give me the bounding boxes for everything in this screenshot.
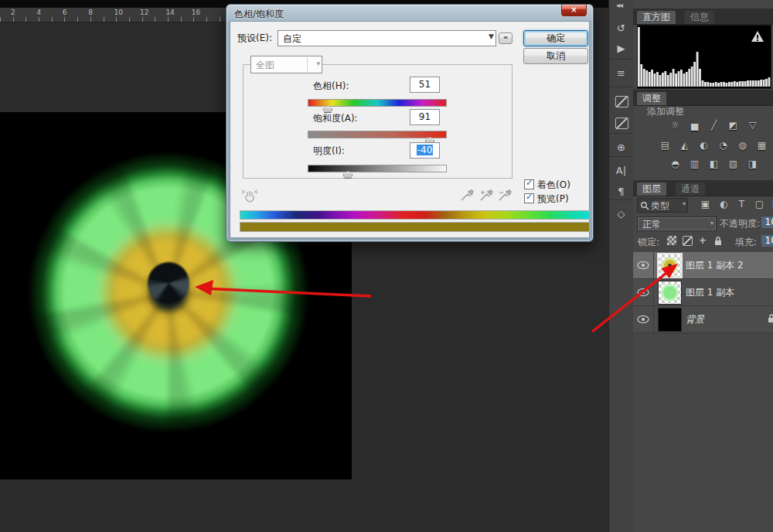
filter-shape-layers-icon[interactable]: ▢ xyxy=(752,198,767,211)
hue-value-input[interactable]: 51 xyxy=(410,77,440,93)
opacity-value[interactable]: 100 xyxy=(761,217,773,228)
ruler-number: 4 xyxy=(36,9,41,16)
ruler-number: 12 xyxy=(140,9,148,16)
blend-mode-value: 正常 xyxy=(642,218,661,231)
light-value-input[interactable]: -40 xyxy=(410,142,440,159)
chevron-down-icon: ▾ xyxy=(683,200,686,207)
adjustment-posterize-icon[interactable]: ▥ xyxy=(686,158,703,171)
cancel-button[interactable]: 取消 xyxy=(523,48,588,64)
layer-visibility-eye-icon[interactable] xyxy=(633,279,654,305)
channel-group-frame xyxy=(243,64,512,179)
lock-row: 锁定: + 填充: 100 xyxy=(633,234,773,251)
colorize-label: 着色(O) xyxy=(537,179,570,192)
right-panel-column: 直方图 信息 调整 添加调整 ☼▅╱◩▽▤◭◐◔◍▦◓▥◧▧◨ 图层 通道 类型 xyxy=(633,0,773,532)
filter-type-layers-icon[interactable]: T xyxy=(734,198,749,211)
chevron-down-icon: ▼ xyxy=(489,32,494,40)
sat-value-input[interactable]: 91 xyxy=(410,109,440,125)
channel-dropdown[interactable]: 全图 ▾ xyxy=(250,56,322,73)
hue-slider-track[interactable] xyxy=(308,99,447,107)
layer-row[interactable]: 图层 1 副本 2 xyxy=(633,252,773,279)
character-panel-icon[interactable]: A| xyxy=(611,162,631,179)
lock-transparency-icon[interactable] xyxy=(666,234,678,247)
layer-thumbnail[interactable] xyxy=(658,308,682,332)
eyedropper-icon[interactable] xyxy=(459,187,475,203)
eyedropper-plus-icon[interactable] xyxy=(478,187,494,203)
layer-thumbnail[interactable] xyxy=(657,253,683,278)
layer-name[interactable]: 背景 xyxy=(686,313,704,326)
layer-lock-icon xyxy=(767,313,773,326)
adjustment-color-balance-icon[interactable]: ◭ xyxy=(676,139,693,152)
adjustment-brightness-contrast-icon[interactable]: ☼ xyxy=(667,119,683,132)
blend-mode-dropdown[interactable]: 正常 ▾ xyxy=(637,217,717,231)
actions-panel-icon[interactable]: ▶ xyxy=(611,40,631,57)
horizontal-ruler: 246810121416 xyxy=(0,8,226,22)
adjustment-selective-color-icon[interactable]: ◨ xyxy=(744,158,761,171)
layer-thumbnail[interactable] xyxy=(658,281,682,305)
tool-presets-panel-icon[interactable] xyxy=(611,114,631,131)
preview-label: 预览(P) xyxy=(537,193,569,206)
tab-channels[interactable]: 通道 xyxy=(676,182,705,196)
clone-source-panel-icon[interactable]: ⊕ xyxy=(611,139,631,156)
source-spectrum-bar xyxy=(240,210,590,220)
on-image-adjust-hand-icon[interactable] xyxy=(240,186,260,206)
filter-pixel-layers-icon[interactable]: ▣ xyxy=(698,198,713,211)
lock-paint-icon[interactable] xyxy=(681,234,693,247)
close-icon[interactable]: × xyxy=(561,5,587,16)
lock-position-icon[interactable]: + xyxy=(696,234,709,247)
hue-slider-label: 色相(H): xyxy=(313,80,349,93)
adjustment-black-white-icon[interactable]: ◐ xyxy=(696,139,712,152)
add-adjustment-label: 添加调整 xyxy=(647,105,684,118)
layer-name[interactable]: 图层 1 副本 xyxy=(686,286,734,299)
ruler-number: 16 xyxy=(192,9,200,16)
filter-smart-objects-icon[interactable]: ▤ xyxy=(769,198,773,211)
adjustment-levels-icon[interactable]: ▅ xyxy=(686,119,703,132)
3d-panel-icon[interactable]: ◇ xyxy=(611,206,631,223)
collapse-panels-icon[interactable]: ◂◂ xyxy=(616,1,632,9)
filter-adjustment-layers-icon[interactable]: ◐ xyxy=(717,198,731,211)
adjustment-channel-mixer-icon[interactable]: ◍ xyxy=(734,139,751,152)
tab-adjustments[interactable]: 调整 xyxy=(637,92,666,105)
tab-info[interactable]: 信息 xyxy=(685,11,714,24)
adjustment-exposure-icon[interactable]: ◩ xyxy=(725,119,741,132)
ruler-ticks xyxy=(0,17,226,22)
adjustment-hue-saturation-icon[interactable]: ▤ xyxy=(657,139,673,152)
result-spectrum-bar xyxy=(240,222,590,232)
fill-value[interactable]: 100 xyxy=(761,235,773,247)
tab-layers[interactable]: 图层 xyxy=(637,182,666,196)
search-icon xyxy=(640,201,649,210)
layer-filter-type-dropdown[interactable]: 类型 ▾ xyxy=(637,198,688,213)
adjustment-threshold-icon[interactable]: ◧ xyxy=(706,158,722,171)
preset-dropdown[interactable]: 自定 ▼ xyxy=(278,30,496,46)
adjustment-gradient-map-icon[interactable]: ▧ xyxy=(725,158,741,171)
adjustment-invert-icon[interactable]: ◓ xyxy=(667,158,683,171)
adjustment-vibrance-icon[interactable]: ▽ xyxy=(744,119,761,132)
dock-separator xyxy=(609,133,633,134)
sat-slider-label: 饱和度(A): xyxy=(313,112,358,125)
histogram-warning-icon[interactable] xyxy=(751,30,764,43)
brush-presets-panel-icon[interactable]: ≡ xyxy=(611,65,631,82)
paragraph-panel-icon[interactable]: ¶ xyxy=(611,183,631,200)
dialog-title: 色相/饱和度 xyxy=(234,8,284,21)
layer-row[interactable]: 图层 1 副本 xyxy=(633,279,773,306)
history-panel-icon[interactable]: ↺ xyxy=(611,20,631,37)
ok-button[interactable]: 确定 xyxy=(523,30,588,46)
layer-name[interactable]: 图层 1 副本 2 xyxy=(686,259,744,272)
adjustment-curves-icon[interactable]: ╱ xyxy=(706,119,722,132)
eyedropper-minus-icon[interactable] xyxy=(497,187,512,203)
layer-visibility-eye-icon[interactable] xyxy=(633,306,654,332)
light-slider-label: 明度(I): xyxy=(313,145,345,158)
adjustment-photo-filter-icon[interactable]: ◔ xyxy=(715,139,731,152)
channel-value: 全图 xyxy=(256,59,274,72)
layer-visibility-eye-icon[interactable] xyxy=(633,252,654,278)
layer-row[interactable]: 背景 xyxy=(633,306,773,333)
tab-histogram[interactable]: 直方图 xyxy=(637,11,676,24)
dock-separator xyxy=(609,59,633,60)
light-slider-track[interactable] xyxy=(308,165,447,172)
sat-slider-track[interactable] xyxy=(308,131,447,138)
brush-panel-icon[interactable] xyxy=(611,93,631,110)
ruler-number: 6 xyxy=(63,9,67,16)
adjustment-color-lookup-icon[interactable]: ▦ xyxy=(754,139,770,152)
lock-all-icon[interactable] xyxy=(712,234,724,247)
preset-options-icon[interactable]: ≡ xyxy=(499,32,512,44)
chevron-down-icon: ▾ xyxy=(316,60,320,67)
